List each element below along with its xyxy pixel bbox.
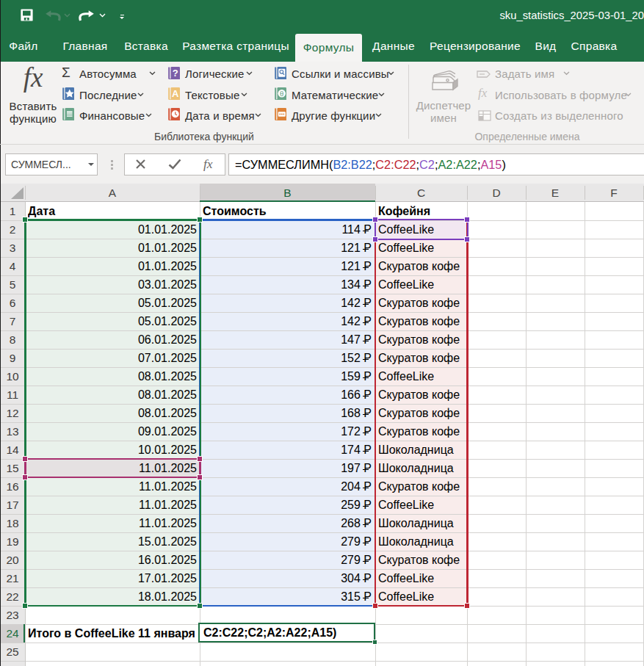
svg-text:θ: θ xyxy=(280,89,283,98)
svg-text:?: ? xyxy=(173,68,178,79)
svg-text:A: A xyxy=(172,88,179,99)
